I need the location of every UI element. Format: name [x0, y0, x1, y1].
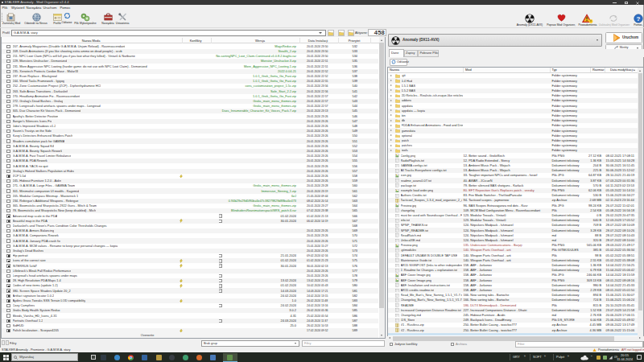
svg-text:?: ?: [637, 14, 641, 22]
